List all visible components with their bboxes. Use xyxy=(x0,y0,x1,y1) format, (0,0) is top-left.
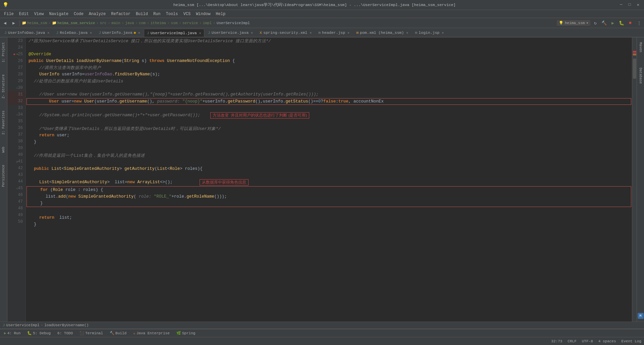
tab-close-icon[interactable]: ✕ xyxy=(47,31,49,35)
tab-label: UserInfoDao.java xyxy=(8,30,45,35)
nav-module[interactable]: heima_ssm_service xyxy=(57,21,95,25)
maximize-btn[interactable]: □ xyxy=(627,2,633,8)
event-log-btn[interactable]: Event Log xyxy=(622,339,641,343)
breadcrumb-method[interactable]: loadUserByUsername() xyxy=(44,323,89,327)
java-enterprise-btn[interactable]: ☕ Java Enterprise xyxy=(132,330,171,336)
web-tab[interactable]: Web xyxy=(1,145,6,155)
tab-close-icon[interactable]: ✕ xyxy=(199,31,201,35)
more-options-btn[interactable]: ⋮ xyxy=(635,19,643,27)
project-tab[interactable]: 1: Project xyxy=(1,40,6,64)
line-31: 31 xyxy=(7,91,25,98)
code-line-49: return list; xyxy=(26,214,632,221)
menu-analyze[interactable]: Analyze xyxy=(86,11,108,17)
tab-roledao[interactable]: J RoleDao.java ✕ xyxy=(53,28,95,37)
line-ending[interactable]: CRLF xyxy=(568,339,576,343)
nav-impl[interactable]: impl xyxy=(203,21,212,25)
indent-setting[interactable]: 4 spaces xyxy=(598,339,616,343)
build-btn[interactable]: 🔨 xyxy=(600,19,608,27)
tab-icon: m xyxy=(356,30,359,35)
minimize-btn[interactable]: ─ xyxy=(618,2,624,8)
menu-file[interactable]: File xyxy=(1,11,16,17)
menu-window[interactable]: Window xyxy=(193,11,213,17)
encoding[interactable]: UTF-8 xyxy=(582,339,593,343)
tab-close-icon[interactable]: ✕ xyxy=(90,31,92,35)
menu-edit[interactable]: Edit xyxy=(16,11,32,17)
menu-help[interactable]: Help xyxy=(213,11,228,17)
code-line-40: //作用就是返回一个List集合，集合中装入的是角色描述 xyxy=(26,152,632,159)
database-tab[interactable]: Database xyxy=(638,66,643,86)
menu-view[interactable]: View xyxy=(32,11,47,17)
menubar: File Edit View Navigate Code Analyze Ref… xyxy=(0,10,644,18)
close-btn[interactable]: ✕ xyxy=(635,2,641,8)
run-btn[interactable]: ▶ xyxy=(609,19,616,27)
tab-close-icon[interactable]: ✕ xyxy=(347,31,350,35)
nav-com[interactable]: com xyxy=(139,21,146,25)
menu-vcs[interactable]: VCS xyxy=(181,11,194,17)
maven-tab[interactable]: Maven xyxy=(638,40,643,54)
tab-pom[interactable]: m pom.xml (heima_ssm) ✕ xyxy=(353,28,411,37)
nav-itheima[interactable]: itheima xyxy=(151,21,166,25)
title-text: heima_ssm [...\Desktop\About learn\java学… xyxy=(11,2,618,7)
structure-tab-left[interactable]: Z- Structure xyxy=(1,72,6,100)
nav-forward-btn[interactable]: ▶ xyxy=(10,19,17,27)
scrollbar-thumb[interactable] xyxy=(633,59,636,79)
tab-userserviceimpl[interactable]: J UserServiceImpl.java ✕ xyxy=(144,29,204,38)
stop-btn[interactable]: ■ xyxy=(627,19,634,27)
nav-java[interactable]: java xyxy=(125,21,134,25)
run-config-selector[interactable]: 💡 heima_ssm ▾ xyxy=(557,20,590,26)
nav-back-btn[interactable]: ◀ xyxy=(1,19,9,27)
tab-header[interactable]: m header.jsp ✕ xyxy=(315,28,353,37)
tab-close-icon[interactable]: ✕ xyxy=(138,31,140,35)
maven-connect-icon[interactable]: M xyxy=(638,313,644,319)
line-37: 37 xyxy=(7,131,25,138)
code-line-33 xyxy=(26,105,632,112)
tab-close-icon[interactable]: ✕ xyxy=(442,31,444,35)
tab-userinfodao[interactable]: J UserInfoDao.java ✕ xyxy=(1,28,52,37)
nav-main[interactable]: main xyxy=(111,21,120,25)
nav-file[interactable]: UserServiceImpl xyxy=(217,21,250,25)
menu-navigate[interactable]: Navigate xyxy=(46,11,71,17)
refresh-btn[interactable]: ↻ xyxy=(592,19,599,27)
tab-close-icon[interactable]: ✕ xyxy=(251,31,253,35)
terminal-tool-btn[interactable]: ⬛ Terminal xyxy=(78,330,104,336)
line-35: 35 xyxy=(7,118,25,125)
tab-userservice[interactable]: J UserService.java ✕ xyxy=(205,28,256,37)
debug-btn[interactable]: 🐛 xyxy=(618,19,625,27)
menu-refactor[interactable]: Refactor xyxy=(108,11,133,17)
build-tool-btn[interactable]: 🔨 Build xyxy=(108,330,128,336)
tab-close-icon[interactable]: ✕ xyxy=(310,31,312,35)
run-tool-btn[interactable]: ▶ 4: Run xyxy=(3,330,22,336)
nav-project[interactable]: heima_ssm xyxy=(27,21,47,25)
code-editor[interactable]: /*因为UserService继承了UserDetailsService 接口，… xyxy=(26,38,632,322)
menu-tools[interactable]: Tools xyxy=(163,11,181,17)
line-29: ◇ 29 xyxy=(7,78,25,84)
tab-spring-security[interactable]: X spring-security.xml ✕ xyxy=(257,28,315,37)
nav-service[interactable]: service xyxy=(182,21,198,25)
breadcrumb-icon: J xyxy=(3,323,5,327)
navbar: ◀ ▶ 📁 heima_ssm › 📁 heima_ssm_service › … xyxy=(0,18,644,28)
tab-close-icon[interactable]: ✕ xyxy=(406,31,408,35)
spring-btn[interactable]: 🌿 Spring xyxy=(175,330,197,336)
nav-ssm[interactable]: ssm xyxy=(171,21,178,25)
code-line-39 xyxy=(26,145,632,152)
menu-run[interactable]: Run xyxy=(151,11,163,17)
todo-tool-btn[interactable]: 6: TODO xyxy=(56,331,74,336)
menu-build[interactable]: Build xyxy=(133,11,151,17)
menu-code[interactable]: Code xyxy=(71,11,86,17)
tab-label: UserService.java xyxy=(212,30,249,35)
tab-icon: m xyxy=(318,30,321,35)
run-tool-label: 4: Run xyxy=(7,331,21,335)
breadcrumb-class[interactable]: UserServiceImpl xyxy=(6,323,40,327)
nav-src[interactable]: src xyxy=(100,21,107,25)
tab-icon: J xyxy=(99,30,101,35)
error-mark-1 xyxy=(633,51,636,52)
debug-tool-btn[interactable]: 🐛 5: Debug xyxy=(26,330,52,336)
code-line-46: list.add(new SimpleGrantedAuthority( rol… xyxy=(27,193,631,200)
tab-login[interactable]: m login.jsp ✕ xyxy=(412,28,447,37)
persistence-tab[interactable]: Persistence xyxy=(1,163,6,189)
favorites-tab[interactable]: 2: Favorites xyxy=(1,109,6,137)
code-line-35 xyxy=(26,119,632,125)
tab-icon: J xyxy=(147,31,149,35)
tab-userinfo[interactable]: J UserInfo.java ✕ xyxy=(96,28,143,37)
nav-project-icon: 📁 xyxy=(22,21,26,25)
